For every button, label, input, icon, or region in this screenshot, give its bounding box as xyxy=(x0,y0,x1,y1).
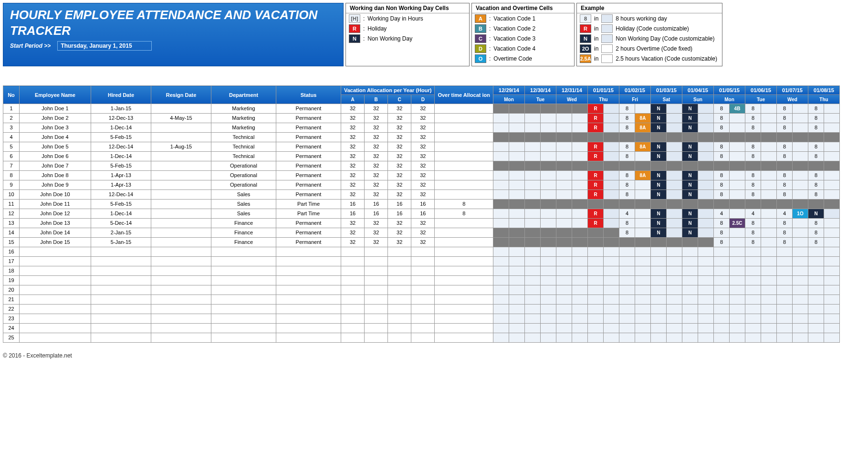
cell-vac[interactable]: 32 xyxy=(411,180,435,190)
cell-ot[interactable]: 8 xyxy=(435,209,493,219)
cell-day-extra[interactable] xyxy=(604,180,619,190)
cell-day-extra[interactable] xyxy=(509,133,525,142)
cell-day-extra[interactable] xyxy=(541,190,556,200)
cell-day-extra[interactable] xyxy=(824,152,840,161)
cell-day-extra[interactable] xyxy=(793,171,808,180)
cell-ot[interactable]: 8 xyxy=(435,200,493,209)
cell-day[interactable]: 8 xyxy=(777,219,793,228)
cell-day[interactable]: 8 xyxy=(714,180,730,190)
cell-vac[interactable]: 16 xyxy=(341,209,365,219)
cell-day[interactable] xyxy=(777,161,793,171)
cell-day-extra[interactable] xyxy=(761,133,777,142)
cell-day-extra[interactable] xyxy=(541,238,556,247)
cell-day-extra[interactable] xyxy=(667,104,682,114)
cell-day[interactable] xyxy=(493,180,509,190)
cell-resign[interactable]: 1-Aug-15 xyxy=(151,142,211,152)
cell-day-extra[interactable] xyxy=(604,228,619,238)
cell-day-extra[interactable] xyxy=(509,123,525,133)
cell-day[interactable]: 8 xyxy=(619,114,635,123)
cell-day[interactable] xyxy=(619,161,635,171)
cell-status[interactable]: Permanent xyxy=(276,238,341,247)
cell-hired[interactable]: 1-Apr-13 xyxy=(91,171,151,180)
cell-day-extra[interactable] xyxy=(572,104,588,114)
cell-day[interactable] xyxy=(493,238,509,247)
cell-day[interactable] xyxy=(525,190,541,200)
cell-no[interactable]: 3 xyxy=(3,123,20,133)
cell-hired[interactable]: 1-Jan-15 xyxy=(91,104,151,114)
cell-vac[interactable]: 32 xyxy=(388,142,411,152)
cell-name[interactable]: John Doe 13 xyxy=(20,219,91,228)
cell-resign[interactable] xyxy=(151,228,211,238)
cell-no[interactable]: 16 xyxy=(3,247,20,257)
cell-day[interactable] xyxy=(493,228,509,238)
cell-vac[interactable]: 32 xyxy=(388,180,411,190)
cell-vac[interactable]: 32 xyxy=(365,133,388,142)
cell-resign[interactable]: 4-May-15 xyxy=(151,114,211,123)
cell-day-extra[interactable] xyxy=(604,209,619,219)
cell-name[interactable]: John Doe 5 xyxy=(20,142,91,152)
cell-day-extra[interactable] xyxy=(541,104,556,114)
cell-hired[interactable]: 5-Dec-14 xyxy=(91,219,151,228)
cell-day[interactable]: 8 xyxy=(777,152,793,161)
cell-day[interactable]: 8 xyxy=(714,238,730,247)
cell-day-extra[interactable] xyxy=(761,161,777,171)
cell-no[interactable]: 12 xyxy=(3,209,20,219)
cell-day[interactable] xyxy=(588,200,604,209)
cell-dept[interactable]: Technical xyxy=(211,152,276,161)
cell-day-extra[interactable]: 8A xyxy=(635,142,651,152)
cell-day[interactable]: 8 xyxy=(777,171,793,180)
cell-day[interactable]: R xyxy=(588,180,604,190)
cell-day[interactable] xyxy=(525,142,541,152)
cell-day[interactable] xyxy=(556,152,572,161)
cell-day-extra[interactable] xyxy=(824,123,840,133)
cell-day-extra[interactable] xyxy=(635,200,651,209)
cell-day[interactable]: 8 xyxy=(619,180,635,190)
cell-day[interactable]: 8 xyxy=(777,180,793,190)
cell-day[interactable] xyxy=(525,133,541,142)
cell-resign[interactable] xyxy=(151,161,211,171)
cell-day[interactable] xyxy=(588,238,604,247)
cell-day-extra[interactable] xyxy=(572,171,588,180)
cell-vac[interactable]: 32 xyxy=(341,161,365,171)
cell-status[interactable]: Permanent xyxy=(276,104,341,114)
cell-day-extra[interactable] xyxy=(761,152,777,161)
cell-day-extra[interactable] xyxy=(698,209,714,219)
cell-day-extra[interactable] xyxy=(824,133,840,142)
cell-day-extra[interactable] xyxy=(509,142,525,152)
cell-day-extra[interactable] xyxy=(824,219,840,228)
cell-day[interactable]: 8 xyxy=(619,104,635,114)
cell-vac[interactable]: 32 xyxy=(341,190,365,200)
cell-day[interactable]: 8 xyxy=(808,104,824,114)
cell-vac[interactable]: 16 xyxy=(411,209,435,219)
cell-day[interactable] xyxy=(556,114,572,123)
start-period-input[interactable]: Thursday, January 1, 2015 xyxy=(57,41,151,51)
cell-vac[interactable]: 32 xyxy=(388,238,411,247)
cell-vac[interactable]: 32 xyxy=(341,228,365,238)
cell-day[interactable]: R xyxy=(588,114,604,123)
cell-no[interactable]: 9 xyxy=(3,180,20,190)
cell-day-extra[interactable] xyxy=(698,114,714,123)
cell-name[interactable]: John Doe 11 xyxy=(20,200,91,209)
cell-day[interactable]: 8 xyxy=(777,238,793,247)
cell-day-extra[interactable] xyxy=(730,180,745,190)
cell-resign[interactable] xyxy=(151,152,211,161)
cell-day[interactable] xyxy=(588,228,604,238)
cell-vac[interactable]: 32 xyxy=(341,171,365,180)
cell-day-extra[interactable] xyxy=(667,161,682,171)
cell-ot[interactable] xyxy=(435,219,493,228)
cell-day-extra[interactable] xyxy=(541,228,556,238)
cell-status[interactable]: Permanent xyxy=(276,152,341,161)
cell-dept[interactable]: Operational xyxy=(211,180,276,190)
cell-day[interactable] xyxy=(525,180,541,190)
cell-day-extra[interactable] xyxy=(824,161,840,171)
cell-day[interactable]: N xyxy=(682,219,698,228)
cell-vac[interactable]: 32 xyxy=(365,238,388,247)
cell-no[interactable]: 14 xyxy=(3,228,20,238)
cell-vac[interactable]: 32 xyxy=(341,123,365,133)
cell-hired[interactable]: 5-Feb-15 xyxy=(91,200,151,209)
cell-vac[interactable]: 32 xyxy=(411,123,435,133)
cell-vac[interactable]: 32 xyxy=(365,114,388,123)
cell-name[interactable]: John Doe 2 xyxy=(20,114,91,123)
cell-hired[interactable]: 12-Dec-14 xyxy=(91,190,151,200)
cell-day[interactable]: 8 xyxy=(714,171,730,180)
